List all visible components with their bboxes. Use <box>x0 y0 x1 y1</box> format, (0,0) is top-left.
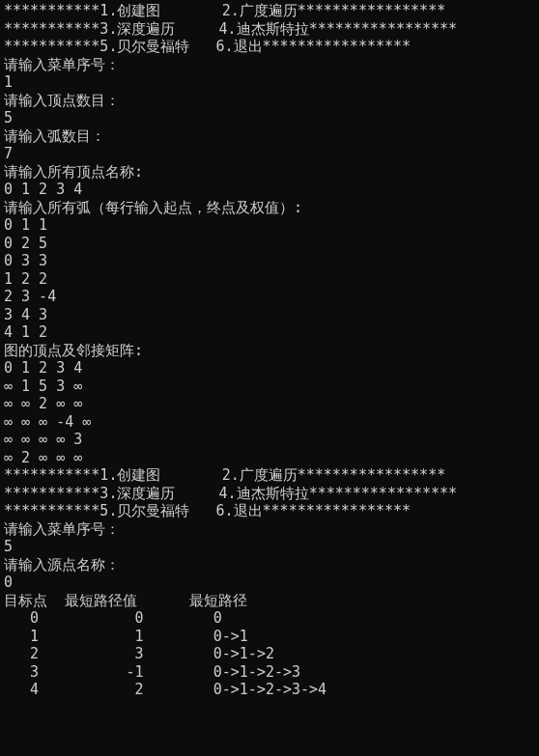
matrix-row: ∞ ∞ 2 ∞ ∞ <box>4 395 82 412</box>
input-vertex-count: 5 <box>4 109 13 126</box>
prompt-vertex-names: 请输入所有顶点名称: <box>4 163 143 181</box>
arc-row: 2 3 -4 <box>4 288 56 305</box>
menu-line-3b: ***********5.贝尔曼福特 6.退出***************** <box>4 502 411 519</box>
arc-row: 4 1 2 <box>4 323 47 341</box>
input-vertex-names: 0 1 2 3 4 <box>4 181 82 198</box>
matrix-row: ∞ 1 5 3 ∞ <box>4 378 82 395</box>
result-row: 2 3 0->1->2 <box>4 645 274 662</box>
arc-row: 0 3 3 <box>4 252 47 269</box>
input-arc-count: 7 <box>4 145 13 162</box>
prompt-arcs: 请输入所有弧（每行输入起点，终点及权值）: <box>4 199 302 216</box>
terminal-output: ***********1.创建图 2.广度遍历*****************… <box>0 0 539 701</box>
result-row: 3 -1 0->1->2->3 <box>4 663 300 681</box>
prompt-source: 请输入源点名称： <box>4 556 120 574</box>
menu-line-3: ***********5.贝尔曼福特 6.退出***************** <box>4 38 411 55</box>
arc-row: 0 2 5 <box>4 235 47 252</box>
result-row: 1 1 0->1 <box>4 628 248 645</box>
menu-line-1: ***********1.创建图 2.广度遍历***************** <box>4 2 445 19</box>
matrix-row: ∞ 2 ∞ ∞ ∞ <box>4 449 82 466</box>
prompt-menu: 请输入菜单序号： <box>4 56 120 73</box>
input-menu-1: 1 <box>4 73 13 91</box>
result-row: 4 2 0->1->2->3->4 <box>4 681 326 698</box>
matrix-row: ∞ ∞ ∞ ∞ 3 <box>4 431 82 448</box>
arc-row: 3 4 3 <box>4 306 47 323</box>
arc-row: 1 2 2 <box>4 270 47 288</box>
menu-line-1b: ***********1.创建图 2.广度遍历***************** <box>4 466 445 484</box>
input-menu-2: 5 <box>4 538 13 555</box>
matrix-header: 0 1 2 3 4 <box>4 359 82 377</box>
result-row: 0 0 0 <box>4 609 222 627</box>
prompt-vertex-count: 请输入顶点数目： <box>4 92 120 109</box>
menu-line-2b: ***********3.深度遍历 4.迪杰斯特拉***************… <box>4 485 457 502</box>
menu-line-2: ***********3.深度遍历 4.迪杰斯特拉***************… <box>4 20 457 38</box>
matrix-row: ∞ ∞ ∞ -4 ∞ <box>4 413 91 431</box>
prompt-menu-2: 请输入菜单序号： <box>4 520 120 538</box>
arc-row: 0 1 1 <box>4 216 47 234</box>
input-source: 0 <box>4 574 13 591</box>
result-header: 目标点 最短路径值 最短路径 <box>4 592 247 609</box>
matrix-title: 图的顶点及邻接矩阵: <box>4 342 143 359</box>
prompt-arc-count: 请输入弧数目： <box>4 127 105 145</box>
